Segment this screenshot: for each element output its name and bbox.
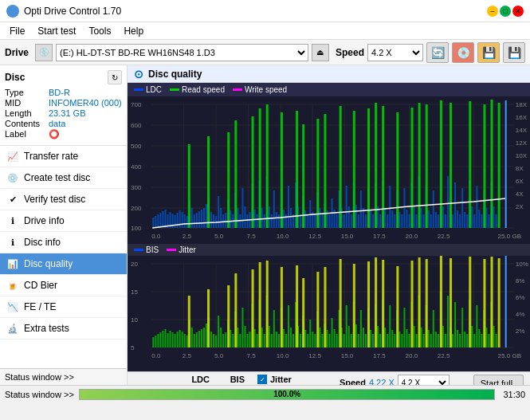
- svg-rect-279: [241, 308, 243, 347]
- svg-rect-115: [346, 186, 347, 228]
- svg-rect-299: [290, 328, 292, 347]
- svg-rect-46: [179, 210, 181, 228]
- svg-rect-144: [416, 214, 418, 228]
- menu-tools[interactable]: Tools: [82, 24, 117, 37]
- svg-rect-342: [394, 334, 395, 347]
- svg-rect-104: [319, 208, 320, 228]
- drive-select[interactable]: (E:) HL-DT-ST BD-RE WH16NS48 1.D3: [56, 44, 308, 61]
- svg-rect-246: [162, 331, 163, 347]
- svg-text:300: 300: [131, 184, 142, 191]
- svg-rect-170: [478, 210, 480, 228]
- disc-type-value: BD-R: [49, 88, 70, 97]
- disc-info-icon: ℹ: [6, 236, 19, 249]
- svg-rect-410: [491, 257, 493, 347]
- svg-rect-294: [278, 334, 280, 347]
- svg-rect-138: [401, 214, 402, 228]
- sidebar-item-disc-info[interactable]: ℹ Disc info: [0, 232, 127, 253]
- progress-bar: 100.0%: [80, 390, 495, 399]
- svg-rect-190: [340, 106, 342, 228]
- speed-select[interactable]: 4.2 X: [367, 44, 423, 61]
- svg-text:4X: 4X: [516, 190, 524, 198]
- top-chart: 700 600 500 400 300 200 100 18X 16X 14X …: [128, 96, 530, 244]
- svg-text:5.0: 5.0: [214, 233, 224, 240]
- svg-text:2X: 2X: [516, 203, 524, 210]
- svg-rect-340: [389, 305, 391, 347]
- sidebar-item-drive-info[interactable]: ℹ Drive info: [0, 210, 127, 232]
- svg-rect-37: [157, 214, 159, 228]
- svg-rect-196: [411, 108, 414, 228]
- fe-te-icon: 📉: [6, 300, 19, 313]
- svg-rect-280: [244, 326, 245, 347]
- start-full-button[interactable]: Start full: [473, 375, 524, 385]
- refresh-icon[interactable]: 🔄: [426, 42, 449, 63]
- sidebar-item-transfer-rate[interactable]: 📈 Transfer rate: [0, 146, 127, 167]
- svg-rect-174: [488, 214, 489, 228]
- disc-refresh-icon[interactable]: ↻: [108, 70, 122, 84]
- extra-tests-icon: 🔬: [6, 322, 19, 335]
- svg-rect-359: [435, 332, 437, 347]
- eject-icon[interactable]: ⏏: [312, 44, 329, 61]
- svg-rect-84: [271, 214, 273, 228]
- svg-rect-388: [234, 273, 237, 347]
- menu-file[interactable]: File: [3, 24, 31, 37]
- svg-rect-191: [353, 111, 355, 228]
- svg-rect-177: [496, 214, 497, 228]
- disc-quality-icon2: ⊙: [134, 68, 143, 80]
- status-window-sidebar: Status window >>: [0, 368, 127, 385]
- svg-rect-64: [222, 214, 224, 228]
- menu-start-test[interactable]: Start test: [31, 24, 82, 37]
- svg-rect-188: [316, 119, 319, 228]
- svg-rect-96: [300, 214, 301, 228]
- svg-rect-157: [447, 176, 449, 228]
- disc-write-icon[interactable]: 💾: [477, 42, 500, 63]
- svg-rect-386: [207, 289, 210, 347]
- svg-text:25.0 GB: 25.0 GB: [498, 233, 522, 240]
- svg-rect-345: [401, 334, 402, 347]
- svg-rect-150: [430, 214, 432, 228]
- svg-rect-178: [188, 144, 190, 228]
- stats-section: LDC BIS Avg 30.64 0.59 Max 610 12 Total …: [128, 371, 530, 385]
- action-buttons: Start full Start part: [473, 375, 524, 385]
- menu-help[interactable]: Help: [117, 24, 150, 37]
- sidebar-item-disc-quality[interactable]: 📊 Disc quality: [0, 253, 127, 275]
- status-window-button[interactable]: Status window >>: [5, 390, 74, 399]
- legend-write-label: Write speed: [245, 85, 287, 94]
- svg-rect-374: [471, 326, 473, 347]
- drive-label: Drive: [5, 47, 29, 58]
- svg-rect-298: [288, 305, 289, 347]
- svg-rect-105: [321, 214, 323, 228]
- close-button[interactable]: ✕: [512, 6, 524, 17]
- speed-select2[interactable]: 4.2 X: [398, 375, 450, 385]
- svg-rect-123: [365, 214, 367, 228]
- sidebar-item-cd-bier[interactable]: 🍺 CD Bier: [0, 275, 127, 296]
- disc-quality-icon: 📊: [6, 257, 19, 270]
- svg-rect-133: [389, 186, 391, 228]
- disc-read-icon[interactable]: 💿: [452, 42, 474, 63]
- save-icon[interactable]: 💾: [503, 42, 525, 63]
- legend-read-speed: Read speed: [170, 85, 225, 94]
- maximize-button[interactable]: □: [500, 6, 511, 17]
- svg-rect-40: [164, 210, 166, 228]
- svg-rect-396: [324, 267, 326, 347]
- sidebar-item-fe-te[interactable]: 📉 FE / TE: [0, 296, 127, 318]
- svg-rect-151: [433, 190, 434, 228]
- svg-rect-85: [273, 190, 275, 228]
- jitter-checkbox[interactable]: ✓: [257, 375, 267, 384]
- sidebar-item-extra-tests[interactable]: 🔬 Extra tests: [0, 318, 127, 340]
- nav-label-create-test: Create test disc: [24, 172, 90, 183]
- sidebar-item-create-test-disc[interactable]: 💿 Create test disc: [0, 167, 127, 189]
- svg-rect-91: [288, 186, 289, 228]
- svg-rect-80: [261, 208, 263, 228]
- svg-rect-98: [304, 210, 306, 228]
- disc-length-label: Length: [5, 108, 49, 118]
- svg-rect-390: [259, 262, 261, 347]
- svg-rect-70: [237, 208, 238, 228]
- svg-rect-318: [336, 334, 338, 347]
- svg-rect-134: [391, 210, 393, 228]
- sidebar-item-verify-test-disc[interactable]: ✔ Verify test disc: [0, 189, 127, 210]
- svg-rect-160: [454, 183, 456, 228]
- minimize-button[interactable]: –: [487, 6, 498, 17]
- svg-text:2%: 2%: [516, 328, 525, 335]
- svg-rect-74: [246, 214, 248, 228]
- svg-rect-385: [188, 296, 190, 347]
